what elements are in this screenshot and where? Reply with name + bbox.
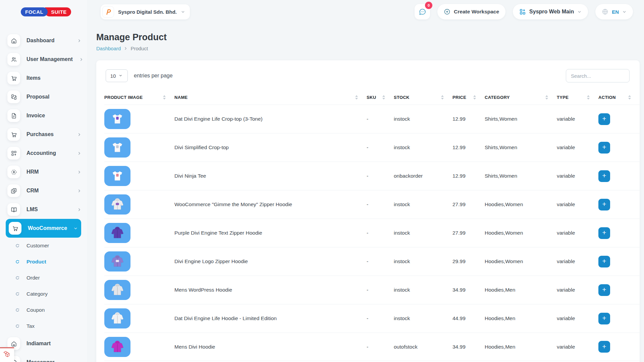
column-header-category[interactable]: CATEGORY — [485, 95, 557, 100]
workspace-selector[interactable]: Syspro Digital Sdn. Bhd. — [101, 4, 190, 19]
search-input[interactable] — [566, 69, 630, 82]
product-image — [104, 137, 130, 158]
sidebar-item-purchases[interactable]: Purchases — [0, 125, 87, 144]
column-header-price[interactable]: PRICE — [452, 95, 485, 100]
sidebar-item-woocommerce[interactable]: WooCommerce — [6, 219, 81, 238]
sidebar-item-user-management[interactable]: User Management — [0, 50, 87, 69]
product-action-cell: + — [598, 170, 640, 182]
plus-icon: + — [602, 343, 606, 350]
sidebar-item-invoice[interactable]: Invoice — [0, 106, 87, 125]
sidebar-menu: Dashboard User Management Items Proposal… — [0, 31, 87, 362]
messages-button[interactable]: 0 — [415, 4, 430, 19]
sidebar-subitem-customer[interactable]: Customer — [0, 238, 87, 254]
sidebar-item-dashboard[interactable]: Dashboard — [0, 31, 87, 50]
product-action-cell: + — [598, 256, 640, 267]
column-header-label: ACTION — [598, 95, 616, 100]
product-category-cell: Shirts,Women — [485, 116, 557, 122]
create-workspace-button[interactable]: Create Workspace — [437, 4, 505, 19]
sidebar-subitem-label: Order — [26, 275, 40, 281]
table-row: Dat Divi Engine Life Crop-top (3-Tone) -… — [104, 105, 640, 133]
sidebar-item-proposal[interactable]: Proposal — [0, 87, 87, 106]
circular-bullet-icon — [15, 260, 19, 264]
sidebar-item-accounting[interactable]: Accounting — [0, 144, 87, 163]
column-header-product-image[interactable]: PRODUCT IMAGE — [104, 95, 174, 100]
add-action-button[interactable]: + — [598, 170, 610, 182]
product-name-cell: Divi Engine Logo Zipper Hoodie — [174, 258, 367, 264]
table-row: Divi Engine Logo Zipper Hoodie - instock… — [104, 247, 640, 276]
column-header-label: STOCK — [394, 95, 410, 100]
add-action-button[interactable]: + — [598, 142, 610, 154]
circular-bullet-icon — [15, 308, 19, 312]
column-header-label: CATEGORY — [485, 95, 510, 100]
sort-icon — [441, 95, 444, 100]
product-type-cell: variable — [557, 258, 598, 264]
add-action-button[interactable]: + — [598, 284, 610, 296]
product-action-cell: + — [598, 142, 640, 154]
sidebar-item-hrm[interactable]: HRM — [0, 163, 87, 181]
product-category-cell: Hoodies,Men — [485, 287, 557, 293]
chevron-down-icon — [622, 10, 627, 14]
sort-icon — [545, 95, 548, 100]
product-image-cell — [104, 280, 174, 300]
column-header-sku[interactable]: SKU — [367, 95, 394, 100]
sidebar-subitem-category[interactable]: Category — [0, 286, 87, 302]
table-row: Divi Simplified Crop-top - instock 12.99… — [104, 133, 640, 162]
add-action-button[interactable]: + — [598, 227, 610, 239]
add-action-button[interactable]: + — [598, 313, 610, 324]
copy-icon — [7, 184, 20, 197]
product-image — [104, 194, 130, 215]
brand-logo: FOCAL SUITE — [21, 7, 71, 16]
product-name-cell: Dat Divi Engine Life Crop-top (3-Tone) — [174, 116, 367, 122]
laravel-debugbar-badge[interactable] — [0, 347, 14, 362]
product-image-cell — [104, 194, 174, 215]
product-type-cell: variable — [557, 173, 598, 179]
chevron-icon — [77, 207, 82, 212]
add-action-button[interactable]: + — [598, 341, 610, 353]
messages-count-badge: 0 — [425, 2, 432, 9]
add-action-button[interactable]: + — [598, 113, 610, 125]
sidebar-item-lms[interactable]: LMS — [0, 200, 87, 219]
product-stock-cell: onbackorder — [394, 173, 452, 179]
entries-per-page-select[interactable]: 10 — [106, 69, 128, 82]
column-header-name[interactable]: NAME — [174, 95, 367, 100]
product-sku-cell: - — [367, 144, 394, 150]
globe-icon — [602, 8, 608, 15]
product-action-cell: + — [598, 227, 640, 239]
product-stock-cell: instock — [394, 258, 452, 264]
workspace-name: Syspro Digital Sdn. Bhd. — [118, 9, 177, 15]
language-code: EN — [612, 9, 619, 15]
column-header-type[interactable]: TYPE — [557, 95, 598, 100]
sidebar-subitem-product[interactable]: Product — [0, 254, 87, 270]
column-header-stock[interactable]: STOCK — [394, 95, 452, 100]
sidebar-item-crm[interactable]: CRM — [0, 181, 87, 200]
app-selector[interactable]: Syspro Web Main — [513, 4, 588, 19]
sidebar-item-label: Indiamart — [26, 341, 71, 347]
workspace-logo-icon — [102, 6, 114, 18]
sidebar-subitem-coupon[interactable]: Coupon — [0, 302, 87, 318]
language-selector[interactable]: EN — [595, 4, 633, 19]
users-icon — [7, 53, 20, 66]
product-price-cell: 27.99 — [452, 230, 485, 236]
sidebar-item-label: Items — [26, 75, 71, 81]
add-action-button[interactable]: + — [598, 199, 610, 210]
sidebar-item-label: Purchases — [26, 131, 71, 137]
chevron-icon — [77, 170, 82, 174]
plus-icon: + — [602, 200, 606, 207]
column-header-label: PRICE — [452, 95, 466, 100]
add-action-button[interactable]: + — [598, 256, 610, 267]
sidebar-subitem-label: Product — [26, 259, 46, 265]
table-row: Purple Divi Engine Text Zipper Hoodie - … — [104, 219, 640, 247]
create-workspace-label: Create Workspace — [454, 9, 499, 15]
product-action-cell: + — [598, 313, 640, 324]
breadcrumb-dashboard-link[interactable]: Dashboard — [96, 46, 121, 51]
product-category-cell: Hoodies,Women — [485, 258, 557, 264]
column-header-label: TYPE — [557, 95, 569, 100]
product-price-cell: 34.99 — [452, 344, 485, 350]
sidebar-item-items[interactable]: Items — [0, 69, 87, 87]
grid-plus-icon — [7, 147, 20, 160]
circular-bullet-icon — [15, 292, 19, 296]
sidebar-subitem-tax[interactable]: Tax — [0, 318, 87, 334]
product-sku-cell: - — [367, 201, 394, 207]
sidebar-subitem-order[interactable]: Order — [0, 270, 87, 286]
column-header-action[interactable]: ACTION — [598, 95, 640, 100]
